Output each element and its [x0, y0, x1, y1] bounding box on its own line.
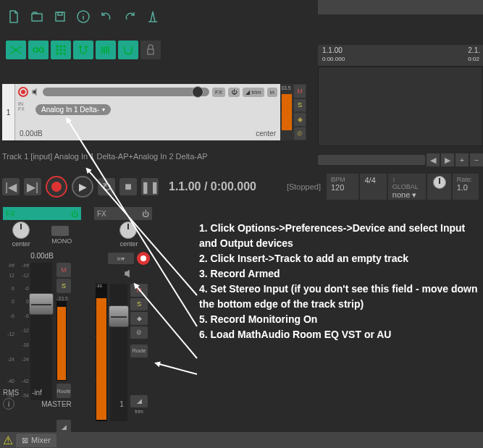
- bpm-cell[interactable]: BPM120: [327, 174, 358, 200]
- track-strip: 1 FX ⏻ ◢ trim in INFX Analog In 1 Delta-…: [2, 84, 306, 140]
- svg-rect-1: [58, 12, 62, 15]
- ruler-tick: 1.1.00: [322, 46, 343, 54]
- link-icon[interactable]: [28, 41, 49, 59]
- transport-status: [Stopped]: [287, 182, 321, 191]
- warning-icon[interactable]: ⚠: [3, 434, 13, 447]
- phase-icon[interactable]: ⊘: [294, 127, 306, 140]
- pause-icon[interactable]: ❚❚: [141, 178, 159, 195]
- svg-point-6: [60, 46, 62, 47]
- track-input-label: Track 1 [input] Analog In 1 Delta-AP+Ana…: [2, 152, 208, 161]
- route-button[interactable]: Route: [130, 345, 148, 358]
- tab-bar: ⚠ ⊠ Mixer: [0, 432, 483, 448]
- svg-point-10: [64, 49, 65, 51]
- zoom-in-icon[interactable]: +: [455, 153, 469, 166]
- mixer-tab[interactable]: ⊠ Mixer: [16, 434, 56, 447]
- record-button[interactable]: [46, 176, 67, 198]
- master-solo[interactable]: S: [56, 279, 71, 293]
- ripple-icon[interactable]: [118, 41, 138, 59]
- solo-button[interactable]: S: [294, 99, 306, 112]
- mono-button[interactable]: [51, 226, 69, 236]
- master-fader[interactable]: [30, 263, 52, 400]
- crossfade-icon[interactable]: [6, 41, 26, 59]
- h-scrollbar[interactable]: [318, 155, 425, 165]
- info-icon[interactable]: [75, 9, 91, 25]
- in-button[interactable]: in: [267, 88, 277, 97]
- infx-label: INFX: [18, 101, 25, 111]
- lock-icon[interactable]: [140, 41, 161, 59]
- snap-icon[interactable]: [73, 41, 93, 59]
- svg-point-8: [56, 49, 58, 51]
- fx-icon[interactable]: ◆: [130, 312, 148, 325]
- track-number[interactable]: 1: [2, 84, 15, 140]
- bypass-icon[interactable]: ⏻: [228, 88, 240, 97]
- metronome-icon[interactable]: [145, 9, 161, 25]
- zoom-out-icon[interactable]: −: [470, 153, 483, 166]
- instructions-overlay: 1. Click Options->Preferences->Device an…: [199, 221, 478, 342]
- input-selector[interactable]: Analog In 1 Delta-: [35, 104, 111, 115]
- rms-row: RMS-inf: [3, 389, 169, 397]
- transport-bar: |◀ ▶| ↻ ■ ❚❚ 1.1.00 / 0:00.000 [Stopped]: [2, 174, 321, 200]
- stop-icon[interactable]: ■: [119, 178, 137, 195]
- undo-icon[interactable]: [98, 9, 114, 25]
- timeline-ruler[interactable]: 1.1.000:00.000 2.1.0:02: [318, 45, 483, 67]
- info-icon[interactable]: i: [3, 398, 14, 410]
- playrate-knob[interactable]: [427, 174, 450, 200]
- master-label: MASTER: [20, 400, 93, 408]
- record-arm-button[interactable]: [18, 87, 28, 97]
- redo-icon[interactable]: [122, 9, 138, 25]
- instruction-line: 4. Set Stereo Input (if you don't see th…: [199, 282, 478, 312]
- fader-scale-r: -inf -12 -6 0 -6 -12 -18 -24 -42 -54: [16, 263, 30, 407]
- record-monitor-button[interactable]: [137, 252, 150, 265]
- ruler-tick: 2.1.: [468, 46, 480, 54]
- svg-point-5: [56, 46, 58, 47]
- new-file-icon[interactable]: [6, 9, 22, 25]
- track-meter: 33.5 -18- -30- -54-: [280, 84, 293, 140]
- close-tab-icon[interactable]: ⊠: [22, 436, 28, 445]
- svg-rect-14: [148, 49, 154, 54]
- svg-point-13: [64, 53, 65, 54]
- track1-solo[interactable]: S: [130, 298, 148, 311]
- track1-label: 1: [93, 400, 151, 408]
- phase-icon[interactable]: ⊘: [130, 326, 148, 339]
- speaker-icon: [31, 88, 40, 96]
- global-cell[interactable]: ↕ GLOBALnone ▾: [388, 174, 427, 200]
- fader-scale: -inf 12 6 0 -6 -12 -24 -40 -54: [1, 263, 16, 407]
- speaker-icon: [124, 269, 134, 278]
- skip-end-icon[interactable]: ▶|: [24, 178, 41, 195]
- timesig-cell[interactable]: 4/4: [360, 174, 386, 200]
- edit-toolbar: [6, 41, 161, 59]
- track-db: 0.00dB: [20, 130, 43, 138]
- svg-point-7: [64, 46, 65, 47]
- master-meter: [56, 301, 67, 381]
- instruction-line: 6. Load MathAudio Room EQ VST or AU: [199, 327, 478, 342]
- grid-icon[interactable]: [51, 41, 71, 59]
- fx-icon[interactable]: ◆: [294, 113, 306, 126]
- volume-slider[interactable]: [43, 88, 209, 96]
- in-selector[interactable]: in ▾: [108, 253, 134, 264]
- timeline-header: [318, 0, 483, 14]
- timeline-tracks[interactable]: [318, 67, 483, 146]
- mute-button[interactable]: M: [294, 85, 306, 98]
- open-icon[interactable]: [29, 9, 45, 25]
- rate-cell[interactable]: Rate:1.0: [453, 174, 479, 200]
- track-controls: FX ⏻ ◢ trim in INFX Analog In 1 Delta- 0…: [15, 84, 280, 140]
- master-mute[interactable]: M: [56, 263, 71, 277]
- instruction-line: 3. Record Armed: [199, 266, 478, 282]
- track-pan: center: [256, 130, 276, 138]
- nav-right-icon[interactable]: ▶: [441, 153, 454, 166]
- svg-point-12: [60, 53, 62, 54]
- nav-left-icon[interactable]: ◀: [427, 153, 440, 166]
- pan-knob[interactable]: [12, 221, 30, 239]
- skip-start-icon[interactable]: |◀: [2, 178, 20, 195]
- svg-point-9: [60, 49, 62, 51]
- play-button[interactable]: [72, 176, 93, 198]
- main-toolbar: [6, 9, 161, 25]
- fx-button[interactable]: FX: [212, 88, 225, 97]
- instruction-line: 2. Click Insert->Track to add an empty t…: [199, 251, 478, 266]
- trim-button[interactable]: ◢ trim: [243, 88, 264, 97]
- svg-rect-3: [33, 48, 38, 52]
- save-icon[interactable]: [52, 9, 68, 25]
- svg-point-11: [56, 53, 58, 54]
- timeline-zoom: ◀ ▶ + −: [318, 152, 483, 168]
- bars-icon[interactable]: [96, 41, 116, 59]
